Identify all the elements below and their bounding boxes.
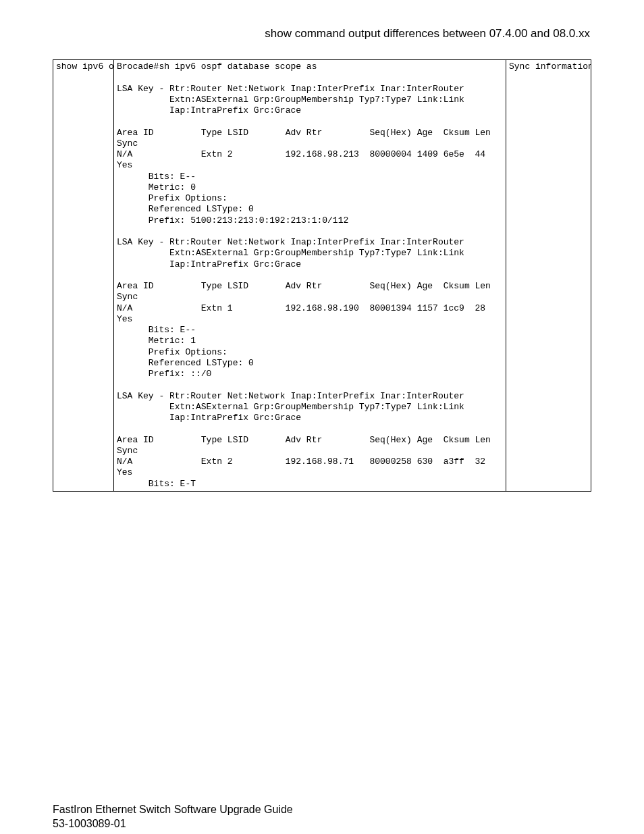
diff-table: show ipv6 ospf database scope as Brocade… — [53, 59, 591, 492]
footer-title: FastIron Ethernet Switch Software Upgrad… — [53, 802, 591, 817]
command-cell: show ipv6 ospf database scope as — [53, 60, 114, 492]
page-title: show command output differences between … — [53, 27, 591, 41]
footer-docnum: 53-1003089-01 — [53, 816, 591, 831]
page-footer: FastIron Ethernet Switch Software Upgrad… — [53, 802, 591, 831]
page: show command output differences between … — [0, 0, 644, 834]
table-row: show ipv6 ospf database scope as Brocade… — [53, 60, 591, 492]
note-cell: Sync information is added. — [506, 60, 591, 492]
output-cell: Brocade#sh ipv6 ospf database scope as L… — [114, 60, 506, 492]
